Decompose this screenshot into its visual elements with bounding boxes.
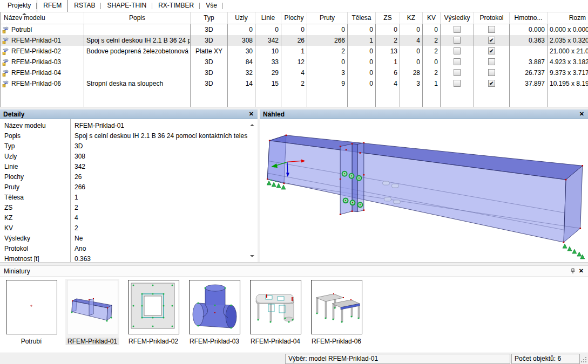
empty-cell	[423, 89, 441, 107]
close-icon[interactable]: ✕	[579, 111, 585, 117]
protokol-checkbox[interactable]	[488, 26, 495, 33]
cell-pruty: 0	[307, 24, 348, 35]
vysledky-checkbox[interactable]	[454, 69, 461, 76]
scroll-up-icon[interactable]	[250, 124, 254, 126]
cell-vysledky	[441, 24, 474, 35]
tab-rstab[interactable]: RSTAB	[68, 0, 101, 12]
cell-typ: 3D	[191, 78, 228, 89]
thumbnail-rfem-priklad-01[interactable]: RFEM-Priklad-01	[65, 279, 119, 345]
table-row[interactable]: sRFEM-Priklad-02Bodove podeprená železob…	[1, 46, 588, 57]
detail-row: Tělesa1	[0, 193, 258, 203]
table-row[interactable]: sRFEM-Priklad-043D3229430628226.7379.373…	[1, 67, 588, 78]
protokol-checkbox[interactable]	[488, 58, 495, 65]
protokol-checkbox[interactable]	[488, 47, 495, 54]
model-name: RFEM-Priklad-04	[11, 67, 61, 78]
cell-vysledky	[441, 57, 474, 67]
thumbnail-label: RFEM-Priklad-06	[310, 338, 363, 345]
cell-kv: 2	[423, 67, 441, 78]
preview-panel: Náhled ✕	[260, 109, 588, 262]
cell-popis	[84, 57, 191, 67]
cell-protokol	[474, 24, 510, 35]
table-row[interactable]: sPotrubí3D000000000.0000.000 x 0.000	[1, 24, 588, 35]
protokol-checkbox[interactable]	[488, 69, 495, 76]
horizontal-splitter-bottom[interactable]	[0, 262, 588, 266]
thumbnail-label: RFEM-Priklad-04	[249, 338, 302, 345]
column-header-name[interactable]: Název modelu	[1, 12, 84, 24]
column-header-uzly[interactable]: Uzly	[228, 12, 255, 24]
model-name: RFEM-Priklad-06	[11, 78, 61, 89]
thumbnail-label: RFEM-Priklad-02	[127, 338, 180, 345]
cell-typ: Platte XY	[191, 46, 228, 57]
resize-grip[interactable]	[580, 354, 587, 364]
detail-label: Protokol	[0, 244, 70, 254]
tab-rfem[interactable]: RFEM	[37, 0, 68, 12]
project-manager-window: ProjektyRFEMRSTABSHAPE-THINRX-TIMBERVše …	[0, 0, 588, 364]
tab-v-e[interactable]: Vše	[200, 0, 223, 12]
thumbnail-rfem-priklad-04[interactable]: RFEM-Priklad-04	[248, 279, 302, 345]
vysledky-checkbox[interactable]	[454, 58, 461, 65]
table-row[interactable]: sRFEM-Priklad-06Stropní deska na sloupec…	[1, 78, 588, 89]
vysledky-checkbox[interactable]	[454, 47, 461, 54]
column-header-kv[interactable]: KV	[423, 12, 441, 24]
column-header-rozm[interactable]: Rozm	[548, 12, 588, 24]
table-empty-area	[1, 89, 588, 107]
model-icon: s	[2, 70, 9, 77]
column-header-pruty[interactable]: Pruty	[307, 12, 348, 24]
thumbnail-image	[189, 280, 240, 334]
column-header-hmotnost[interactable]: Hmotno...	[510, 12, 548, 24]
tab-shape-thin[interactable]: SHAPE-THIN	[101, 0, 152, 12]
vysledky-checkbox[interactable]	[454, 26, 461, 33]
cell-linie: 342	[255, 35, 281, 46]
vysledky-checkbox[interactable]	[454, 37, 461, 44]
tab-rx-timber[interactable]: RX-TIMBER	[152, 0, 200, 12]
detail-row: Typ3D	[0, 141, 258, 152]
thumbnail-rfem-priklad-02[interactable]: RFEM-Priklad-02	[126, 279, 180, 345]
thumbnails-panel-title: Miniatury	[4, 267, 30, 275]
detail-row: VýsledkyNe	[0, 233, 258, 244]
model-icon: s	[2, 26, 9, 33]
cell-kv: 1	[423, 78, 441, 89]
status-object-count: Počet objektů: 6	[511, 354, 580, 364]
close-icon[interactable]: ✕	[578, 268, 584, 274]
column-header-popis[interactable]: Popis	[84, 12, 191, 24]
empty-cell	[84, 89, 191, 107]
detail-value: RFEM-Priklad-01	[70, 121, 258, 131]
model-icon: s	[2, 80, 9, 87]
column-header-telesa[interactable]: Tělesa	[348, 12, 376, 24]
protokol-checkbox[interactable]	[488, 37, 495, 44]
column-header-label: KV	[427, 14, 436, 22]
scroll-down-icon[interactable]	[250, 255, 254, 257]
column-header-vysledky[interactable]: Výsledky	[441, 12, 474, 24]
cell-protokol	[474, 35, 510, 46]
column-header-protokol[interactable]: Protokol	[474, 12, 510, 24]
status-bar: Výběr: model RFEM-Priklad-01 Počet objek…	[0, 353, 588, 364]
column-header-linie[interactable]: Linie	[255, 12, 281, 24]
thumbnail-label: RFEM-Priklad-01	[66, 338, 119, 345]
column-header-plochy[interactable]: Plochy	[281, 12, 307, 24]
thumbnail-image	[67, 280, 118, 334]
thumbnail-rfem-priklad-03[interactable]: RFEM-Priklad-03	[187, 279, 241, 345]
cell-pruty: 266	[307, 35, 348, 46]
detail-row: ProtokolAno	[0, 244, 258, 254]
cell-telesa: 0	[348, 67, 376, 78]
empty-cell	[376, 89, 400, 107]
empty-cell	[307, 89, 348, 107]
close-icon[interactable]: ✕	[248, 111, 254, 117]
thumbnail-rfem-priklad-06[interactable]: RFEM-Priklad-06	[309, 279, 363, 345]
status-selection: Výběr: model RFEM-Priklad-01	[285, 354, 510, 364]
thumbnail-label: RFEM-Priklad-03	[188, 338, 241, 345]
thumbnail-potrub-[interactable]: Potrubí	[4, 279, 58, 345]
tab-projekty[interactable]: Projekty	[2, 0, 37, 12]
table-row[interactable]: sRFEM-Priklad-033D843312001003.8874.923 …	[1, 57, 588, 67]
column-header-kz[interactable]: KZ	[400, 12, 423, 24]
protokol-checkbox[interactable]	[488, 80, 495, 87]
column-header-label: Hmotno...	[514, 14, 542, 22]
cell-uzly: 30	[228, 46, 255, 57]
column-header-typ[interactable]: Typ	[191, 12, 228, 24]
cell-popis	[84, 24, 191, 35]
vysledky-checkbox[interactable]	[454, 80, 461, 87]
column-header-zs[interactable]: ZS	[376, 12, 400, 24]
pin-icon[interactable]	[567, 268, 578, 274]
cell-typ: 3D	[191, 67, 228, 78]
table-row[interactable]: sRFEM-Priklad-01Spoj s celní deskou IH 2…	[1, 35, 588, 46]
